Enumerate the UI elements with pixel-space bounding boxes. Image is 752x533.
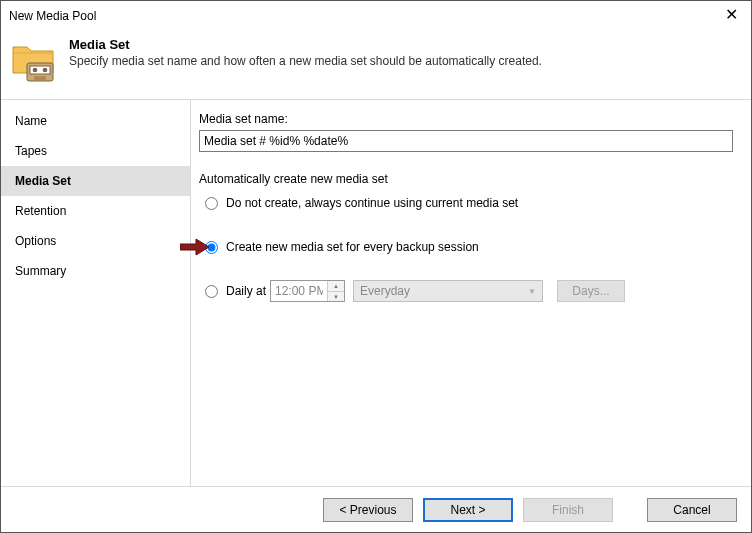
next-button[interactable]: Next > [423, 498, 513, 522]
step-media-set[interactable]: Media Set [1, 166, 190, 196]
radio-every-session-row: Create new media set for every backup se… [205, 236, 733, 258]
wizard-footer: < Previous Next > Finish Cancel [1, 486, 751, 532]
step-tapes[interactable]: Tapes [1, 136, 190, 166]
finish-button[interactable]: Finish [523, 498, 613, 522]
wizard-subtitle: Specify media set name and how often a n… [69, 54, 542, 68]
time-step-up[interactable]: ▲ [328, 281, 344, 291]
wizard-steps: Name Tapes Media Set Retention Options S… [1, 100, 191, 486]
wizard-heading: Media Set [69, 37, 542, 52]
radio-do-not-create[interactable] [205, 197, 218, 210]
step-name[interactable]: Name [1, 106, 190, 136]
media-set-name-input[interactable] [199, 130, 733, 152]
recurrence-dropdown[interactable]: Everyday ▼ [353, 280, 543, 302]
svg-rect-4 [34, 76, 46, 80]
pointer-arrow-icon [180, 238, 210, 259]
svg-point-2 [33, 68, 38, 73]
svg-point-3 [43, 68, 48, 73]
step-retention[interactable]: Retention [1, 196, 190, 226]
wizard-content: Media set name: Automatically create new… [191, 100, 751, 486]
radio-daily[interactable] [205, 285, 218, 298]
media-set-icon [11, 39, 57, 85]
previous-button[interactable]: < Previous [323, 498, 413, 522]
days-button[interactable]: Days... [557, 280, 625, 302]
step-summary[interactable]: Summary [1, 256, 190, 286]
chevron-down-icon: ▼ [528, 287, 536, 296]
title-bar: New Media Pool ✕ [1, 1, 751, 31]
time-step-down[interactable]: ▼ [328, 291, 344, 301]
radio-every-session-label[interactable]: Create new media set for every backup se… [226, 240, 479, 254]
close-button[interactable]: ✕ [711, 1, 751, 29]
daily-time-input[interactable] [271, 282, 327, 300]
radio-daily-row: Daily at ▲ ▼ Everyday ▼ Days... [205, 280, 733, 302]
daily-time-spinner[interactable]: ▲ ▼ [270, 280, 345, 302]
recurrence-value: Everyday [360, 284, 410, 298]
radio-do-not-create-label[interactable]: Do not create, always continue using cur… [226, 196, 518, 210]
close-icon: ✕ [725, 7, 738, 23]
auto-create-label: Automatically create new media set [199, 172, 733, 186]
window-title: New Media Pool [9, 9, 743, 23]
radio-daily-label[interactable]: Daily at [226, 284, 266, 298]
media-set-name-label: Media set name: [199, 112, 733, 126]
radio-do-not-create-row: Do not create, always continue using cur… [205, 192, 733, 214]
wizard-body: Name Tapes Media Set Retention Options S… [1, 100, 751, 486]
step-options[interactable]: Options [1, 226, 190, 256]
wizard-header: Media Set Specify media set name and how… [1, 31, 751, 100]
cancel-button[interactable]: Cancel [647, 498, 737, 522]
